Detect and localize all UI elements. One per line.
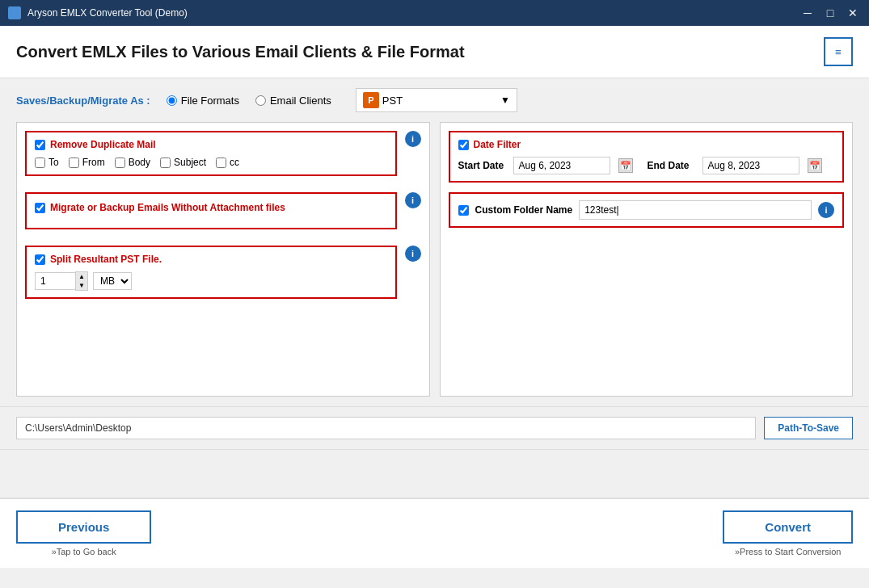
- app-title: Aryson EMLX Converter Tool (Demo): [27, 7, 188, 19]
- subject-label: Subject: [174, 157, 206, 168]
- date-filter-header: Date Filter: [458, 139, 835, 150]
- email-clients-radio[interactable]: [255, 95, 266, 106]
- split-label: Split Resultant PST File.: [50, 254, 162, 265]
- from-checkbox[interactable]: [69, 158, 79, 168]
- footer-left: Previous »Tap to Go back: [16, 510, 151, 556]
- to-checkbox[interactable]: [35, 158, 45, 168]
- bottom-area: [0, 449, 869, 498]
- date-filter-checkbox[interactable]: [458, 140, 469, 150]
- date-filter-section: Date Filter Start Date Aug 6, 2023 📅 End…: [449, 131, 845, 183]
- remove-duplicate-checkbox[interactable]: [35, 140, 45, 150]
- split-info-icon[interactable]: i: [405, 246, 421, 262]
- maximize-button[interactable]: □: [822, 5, 838, 21]
- app-icon: [8, 6, 21, 19]
- remove-duplicate-header: Remove Duplicate Mail: [35, 139, 387, 150]
- previous-button[interactable]: Previous: [16, 510, 151, 544]
- remove-duplicate-label: Remove Duplicate Mail: [50, 139, 156, 150]
- file-formats-radio[interactable]: [167, 95, 177, 106]
- split-checkbox[interactable]: [35, 254, 45, 265]
- custom-folder-section: Custom Folder Name i: [449, 192, 845, 228]
- from-checkbox-item[interactable]: From: [69, 157, 105, 168]
- custom-folder-input[interactable]: [579, 200, 812, 220]
- migrate-backup-checkbox[interactable]: [35, 203, 45, 213]
- to-label: To: [49, 157, 59, 168]
- saves-row: Saves/Backup/Migrate As : File Formats E…: [16, 88, 853, 112]
- end-date-input[interactable]: Aug 8, 2023: [702, 157, 799, 174]
- start-date-calendar-icon[interactable]: 📅: [618, 158, 633, 173]
- body-label: Body: [129, 157, 150, 168]
- remove-duplicate-content: To From Body Subject: [35, 157, 387, 168]
- header-menu-button[interactable]: ≡: [824, 37, 853, 66]
- end-date-value: Aug 8, 2023: [708, 160, 761, 171]
- saves-label: Saves/Backup/Migrate As :: [16, 94, 150, 107]
- minimize-button[interactable]: ─: [799, 5, 816, 21]
- main-header: Convert EMLX Files to Various Email Clie…: [0, 26, 869, 78]
- body-checkbox[interactable]: [115, 158, 125, 168]
- panels-row: Remove Duplicate Mail To From: [16, 122, 853, 397]
- file-formats-label: File Formats: [181, 94, 239, 107]
- footer-right: Convert »Press to Start Conversion: [723, 510, 853, 556]
- subject-checkbox-item[interactable]: Subject: [160, 157, 206, 168]
- left-panel: Remove Duplicate Mail To From: [16, 122, 430, 397]
- split-section: Split Resultant PST File. ▲ ▼ MB G: [25, 246, 397, 299]
- titlebar-controls: ─ □ ✕: [799, 5, 861, 21]
- split-number-input[interactable]: [35, 272, 75, 290]
- custom-folder-info-icon[interactable]: i: [818, 202, 834, 218]
- split-unit-select[interactable]: MB GB: [93, 272, 132, 290]
- path-to-save-button[interactable]: Path-To-Save: [764, 417, 853, 439]
- custom-folder-label: Custom Folder Name: [475, 204, 573, 216]
- split-header: Split Resultant PST File.: [35, 254, 387, 265]
- spinner-down-button[interactable]: ▼: [76, 281, 87, 290]
- format-selected: PST: [382, 94, 403, 107]
- right-panel: Date Filter Start Date Aug 6, 2023 📅 End…: [440, 122, 854, 397]
- remove-duplicate-section: Remove Duplicate Mail To From: [25, 131, 397, 176]
- email-clients-option[interactable]: Email Clients: [255, 94, 331, 107]
- migrate-backup-label: Migrate or Backup Emails Without Attachm…: [50, 202, 285, 213]
- body-checkbox-item[interactable]: Body: [115, 157, 150, 168]
- split-number-wrap: ▲ ▼: [35, 271, 88, 291]
- cc-label: cc: [230, 157, 239, 168]
- to-checkbox-item[interactable]: To: [35, 157, 59, 168]
- date-filter-label: Date Filter: [474, 139, 521, 150]
- path-row: Path-To-Save: [0, 406, 869, 449]
- end-date-label: End Date: [648, 160, 696, 171]
- close-button[interactable]: ✕: [845, 5, 861, 21]
- migrate-backup-section: Migrate or Backup Emails Without Attachm…: [25, 192, 397, 229]
- dropdown-arrow-icon: ▼: [500, 94, 510, 106]
- previous-hint: »Tap to Go back: [52, 547, 116, 556]
- cc-checkbox[interactable]: [216, 158, 226, 168]
- convert-hint: »Press to Start Conversion: [735, 547, 841, 556]
- spinner-up-button[interactable]: ▲: [76, 272, 87, 281]
- email-clients-label: Email Clients: [270, 94, 331, 107]
- path-input[interactable]: [16, 417, 756, 439]
- custom-folder-checkbox[interactable]: [458, 205, 469, 216]
- footer: Previous »Tap to Go back Convert »Press …: [0, 498, 869, 568]
- remove-duplicate-info-icon[interactable]: i: [405, 131, 421, 147]
- content-area: Saves/Backup/Migrate As : File Formats E…: [0, 78, 869, 406]
- migrate-backup-info-icon[interactable]: i: [405, 192, 421, 208]
- start-date-label: Start Date: [458, 160, 507, 171]
- convert-button[interactable]: Convert: [723, 510, 853, 544]
- split-spinner: ▲ ▼: [75, 271, 88, 291]
- titlebar-left: Aryson EMLX Converter Tool (Demo): [8, 6, 188, 19]
- cc-checkbox-item[interactable]: cc: [216, 157, 239, 168]
- pst-icon: P: [363, 92, 379, 108]
- date-row: Start Date Aug 6, 2023 📅 End Date Aug 8,…: [458, 157, 835, 174]
- from-label: From: [82, 157, 105, 168]
- titlebar: Aryson EMLX Converter Tool (Demo) ─ □ ✕: [0, 0, 869, 26]
- migrate-backup-header: Migrate or Backup Emails Without Attachm…: [35, 202, 387, 213]
- radio-group: File Formats Email Clients: [167, 94, 331, 107]
- format-dropdown[interactable]: P PST ▼: [356, 88, 517, 112]
- subject-checkbox[interactable]: [160, 158, 171, 168]
- start-date-input[interactable]: Aug 6, 2023: [513, 157, 610, 174]
- page-title: Convert EMLX Files to Various Email Clie…: [16, 43, 465, 61]
- split-controls: ▲ ▼ MB GB: [35, 271, 387, 291]
- file-formats-option[interactable]: File Formats: [167, 94, 239, 107]
- start-date-value: Aug 6, 2023: [519, 160, 572, 171]
- end-date-calendar-icon[interactable]: 📅: [808, 158, 822, 173]
